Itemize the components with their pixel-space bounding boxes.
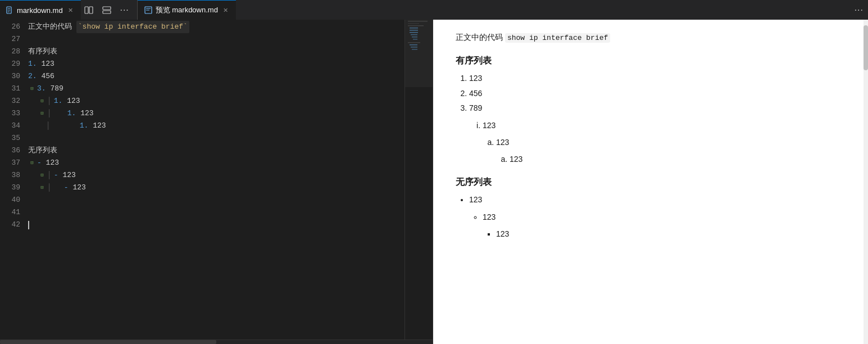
svg-rect-25 bbox=[405, 20, 433, 87]
svg-rect-5 bbox=[89, 7, 93, 13]
editor-pane: 26 27 28 29 30 31 32 33 34 35 36 37 38 3… bbox=[0, 20, 433, 344]
list-item: 123 bbox=[469, 72, 846, 84]
title-bar: markdown.md ✕ ··· 预览 markdown.md bbox=[0, 0, 868, 20]
list-item: 456 bbox=[469, 87, 846, 99]
line-num-33: 33 bbox=[0, 107, 20, 120]
nested-ordered-list-1: 123 123 123 bbox=[483, 119, 846, 166]
preview-tab[interactable]: 预览 markdown.md ✕ bbox=[138, 0, 236, 20]
line-num-36: 36 bbox=[0, 144, 20, 157]
line-num-39: 39 bbox=[0, 182, 20, 194]
code-line-34: │ 1. 123 bbox=[28, 120, 433, 132]
line-num-42: 42 bbox=[0, 219, 20, 231]
code-line-26: 正文中的代码 `show ip interface brief` bbox=[28, 21, 433, 33]
line-num-29: 29 bbox=[0, 58, 20, 70]
title-bar-actions: ··· bbox=[81, 2, 137, 18]
line-num-27: 27 bbox=[0, 33, 20, 46]
code-line-35 bbox=[28, 132, 433, 144]
preview-ordered-heading: 有序列表 bbox=[456, 53, 846, 68]
line-num-31: 31 bbox=[0, 83, 20, 95]
list-item: 123 bbox=[510, 153, 846, 165]
list-item: 123 123 bbox=[496, 136, 846, 166]
nested-ordered-list-3: 123 bbox=[510, 153, 846, 165]
more-actions-button[interactable]: ··· bbox=[117, 2, 133, 18]
editor-tab-label: markdown.md bbox=[17, 6, 63, 15]
nested-ordered-list-2: 123 123 bbox=[496, 136, 846, 166]
svg-rect-7 bbox=[103, 11, 111, 13]
line-num-38: 38 bbox=[0, 169, 20, 182]
code-line-31: ⊟ 3. 789 bbox=[28, 83, 433, 95]
code-line-27 bbox=[28, 33, 433, 46]
list-item: 123 123 bbox=[483, 211, 846, 241]
preview-tab-label: 预览 markdown.md bbox=[156, 5, 218, 15]
preview-more-button[interactable]: ··· bbox=[850, 5, 868, 15]
collapse-39[interactable]: ⊟ bbox=[38, 184, 46, 192]
svg-rect-6 bbox=[103, 7, 111, 10]
list-item: 789 123 123 123 bbox=[469, 102, 846, 166]
preview-inline-text: 正文中的代码 show ip interface brief bbox=[456, 31, 846, 44]
line-numbers: 26 27 28 29 30 31 32 33 34 35 36 37 38 3… bbox=[0, 20, 28, 340]
collapse-32[interactable]: ⊟ bbox=[38, 97, 46, 105]
preview-pane[interactable]: 正文中的代码 show ip interface brief 有序列表 123 … bbox=[433, 20, 868, 344]
collapse-37[interactable]: ⊟ bbox=[28, 159, 36, 167]
code-line-33: ⊟ │ 1. 123 bbox=[28, 107, 433, 120]
code-line-28: 有序列表 bbox=[28, 46, 433, 58]
code-line-40 bbox=[28, 194, 433, 206]
line-num-34: 34 bbox=[0, 120, 20, 132]
right-panel: 正文中的代码 show ip interface brief 有序列表 123 … bbox=[433, 20, 868, 344]
editor-content[interactable]: 26 27 28 29 30 31 32 33 34 35 36 37 38 3… bbox=[0, 20, 433, 340]
line-num-40: 40 bbox=[0, 194, 20, 206]
line-num-41: 41 bbox=[0, 206, 20, 219]
split-editor-button[interactable] bbox=[81, 2, 97, 18]
line-num-30: 30 bbox=[0, 70, 20, 83]
minimap bbox=[405, 20, 433, 340]
nested-unordered-list-2: 123 bbox=[496, 228, 846, 240]
nested-unordered-list-1: 123 123 bbox=[483, 211, 846, 241]
code-line-37: ⊟ - 123 bbox=[28, 157, 433, 169]
preview-unordered-list: 123 123 123 bbox=[469, 193, 846, 240]
inline-code-26: `show ip interface brief` bbox=[76, 21, 189, 33]
preview-ordered-list: 123 456 789 123 123 123 bbox=[469, 72, 846, 165]
editor-tab-group: markdown.md ✕ bbox=[0, 0, 81, 20]
collapse-31[interactable]: ⊟ bbox=[28, 85, 36, 93]
line-num-28: 28 bbox=[0, 46, 20, 58]
list-item: 123 123 123 bbox=[469, 193, 846, 240]
list-item: 123 123 123 bbox=[483, 119, 846, 166]
preview-tab-bar: 预览 markdown.md ✕ ··· bbox=[137, 0, 868, 20]
code-line-29: 1. 123 bbox=[28, 58, 433, 70]
editor-tab-close[interactable]: ✕ bbox=[66, 6, 75, 15]
preview-icon bbox=[144, 6, 152, 14]
collapse-38[interactable]: ⊟ bbox=[38, 171, 46, 179]
code-line-30: 2. 456 bbox=[28, 70, 433, 83]
preview-inline-code: show ip interface brief bbox=[505, 33, 610, 43]
preview-tab-close[interactable]: ✕ bbox=[221, 6, 230, 15]
main-content: 26 27 28 29 30 31 32 33 34 35 36 37 38 3… bbox=[0, 20, 868, 344]
text-cursor bbox=[28, 221, 29, 229]
editor-scrollbar[interactable] bbox=[0, 340, 433, 344]
code-area[interactable]: 正文中的代码 `show ip interface brief` 有序列表 1.… bbox=[28, 20, 433, 340]
line-num-35: 35 bbox=[0, 132, 20, 144]
code-line-38: ⊟ │ - 123 bbox=[28, 169, 433, 182]
code-line-42 bbox=[28, 219, 433, 231]
list-item: 123 bbox=[496, 228, 846, 240]
collapse-33[interactable]: ⊟ bbox=[38, 110, 46, 117]
preview-unordered-heading: 无序列表 bbox=[456, 175, 846, 189]
editor-scrollbar-thumb[interactable] bbox=[0, 340, 216, 344]
code-line-39: ⊟ │ - 123 bbox=[28, 182, 433, 194]
file-icon bbox=[6, 6, 13, 14]
line-num-37: 37 bbox=[0, 157, 20, 169]
layout-button[interactable] bbox=[99, 2, 115, 18]
svg-rect-4 bbox=[85, 7, 88, 13]
line-num-26: 26 bbox=[0, 21, 20, 33]
editor-tab-markdown[interactable]: markdown.md ✕ bbox=[0, 0, 81, 20]
line-num-32: 32 bbox=[0, 95, 20, 107]
code-line-41 bbox=[28, 206, 433, 219]
code-line-36: 无序列表 bbox=[28, 144, 433, 157]
code-line-32: ⊟ │ 1. 123 bbox=[28, 95, 433, 107]
